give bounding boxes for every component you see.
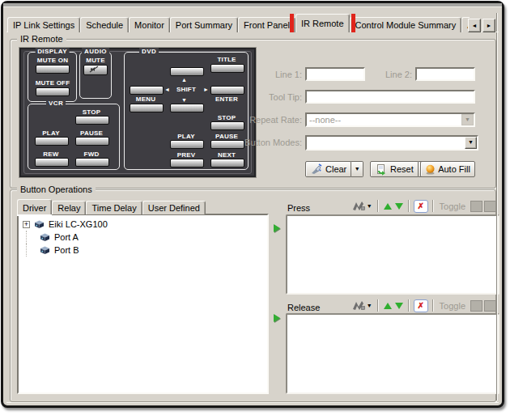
remote-vcr-group: VCR STOP PLAY PAUSE REW FWD xyxy=(28,104,120,170)
remote-vcr-play-button[interactable] xyxy=(35,137,69,146)
tab-ir-remote[interactable]: IR Remote xyxy=(295,14,350,32)
button-modes-dropdown-icon[interactable]: ▼ xyxy=(465,137,477,149)
press-toggle-label: Toggle xyxy=(440,202,465,211)
clear-dropdown-icon[interactable]: ▼ xyxy=(351,161,363,177)
release-move-down-button[interactable] xyxy=(394,299,404,312)
remote-dvd-down-button[interactable] xyxy=(170,104,204,112)
remote-vcr-label: VCR xyxy=(46,100,66,107)
remote-dvd-left-button[interactable] xyxy=(130,86,164,95)
release-operations-list[interactable] xyxy=(286,313,499,394)
remote-mute-on-button[interactable] xyxy=(36,65,70,74)
release-label: Release xyxy=(287,303,320,312)
press-macro-dropdown-icon[interactable]: ▼ xyxy=(367,203,372,209)
remote-vcr-pause-button[interactable] xyxy=(75,137,109,146)
tab-scroll-right-icon[interactable]: ► xyxy=(482,19,495,32)
tab-time-delay[interactable]: Time Delay xyxy=(86,201,142,214)
device-icon xyxy=(39,232,51,242)
button-modes-combo[interactable]: ▼ xyxy=(305,135,478,151)
tooltip-input[interactable] xyxy=(305,90,475,104)
remote-dvd-menu-button[interactable] xyxy=(130,104,164,112)
button-operations-groupbox: Button Operations Driver Relay Time Dela… xyxy=(10,189,496,402)
release-toggle-square-1[interactable] xyxy=(470,300,482,312)
tree-item-port-a[interactable]: Port A xyxy=(20,231,266,244)
tab-relay[interactable]: Relay xyxy=(52,201,86,214)
tab-driver[interactable]: Driver xyxy=(17,199,52,214)
press-move-up-button[interactable] xyxy=(383,199,393,213)
release-move-up-button[interactable] xyxy=(383,299,393,312)
auto-fill-button[interactable]: Auto Fill xyxy=(420,161,475,177)
move-up-icon xyxy=(384,203,392,210)
tab-scroll-left-icon[interactable]: ◄ xyxy=(468,19,481,32)
release-toggle-label: Toggle xyxy=(440,301,465,311)
button-modes-value xyxy=(307,137,465,149)
tab-schedule[interactable]: Schedule xyxy=(80,17,129,32)
remote-vcr-rew-button[interactable] xyxy=(35,158,69,167)
tree-item-port-b[interactable]: Port B xyxy=(20,244,266,257)
reset-button[interactable]: Reset xyxy=(370,161,419,177)
remote-dvd-play-button[interactable] xyxy=(170,140,204,149)
press-assign-macro-button[interactable]: ▼ xyxy=(351,199,373,213)
application-window: IP Link Settings Schedule Monitor Port S… xyxy=(1,1,504,408)
expand-plus-icon[interactable]: + xyxy=(23,221,30,228)
line2-input[interactable] xyxy=(415,67,475,81)
remote-dvd-next-button[interactable] xyxy=(210,159,244,168)
repeat-rate-combo[interactable]: --none-- ▼ xyxy=(305,112,475,127)
tab-user-defined[interactable]: User Defined xyxy=(142,201,206,214)
tab-port-summary[interactable]: Port Summary xyxy=(170,17,238,32)
remote-vcr-rew-label: REW xyxy=(33,151,69,158)
tree-item-label: Eiki LC-XG100 xyxy=(49,219,108,229)
add-to-press-arrow-icon[interactable] xyxy=(274,224,280,232)
remote-dvd-enter-button[interactable] xyxy=(210,86,244,95)
press-toggle-square-1[interactable] xyxy=(470,201,482,212)
remote-dvd-label: DVD xyxy=(139,48,159,55)
press-move-down-button[interactable] xyxy=(394,199,404,213)
clear-brush-icon xyxy=(310,163,322,175)
tab-ir-remote-label: IR Remote xyxy=(301,19,344,28)
remote-vcr-stop-label: STOP xyxy=(74,108,109,116)
repeat-rate-dropdown-icon[interactable]: ▼ xyxy=(461,114,474,125)
press-toolbar: ▼ ✗ Toggle xyxy=(334,198,496,214)
press-toggle-square-2[interactable] xyxy=(484,201,496,212)
release-macro-dropdown-icon[interactable]: ▼ xyxy=(367,303,372,308)
remote-audio-group: AUDIO MUTE xyxy=(79,52,112,99)
driver-tree[interactable]: + Eiki LC-XG100 xyxy=(17,214,269,394)
tab-monitor[interactable]: Monitor xyxy=(129,17,170,32)
remote-mute-off-label: MUTE OFF xyxy=(35,79,70,87)
release-delete-button[interactable]: ✗ xyxy=(414,299,428,312)
remote-vcr-fwd-button[interactable] xyxy=(75,158,109,167)
remote-dvd-prev-button[interactable] xyxy=(170,159,204,168)
clear-button[interactable]: Clear xyxy=(305,161,351,177)
remote-display-group: DISPLAY MUTE ON MUTE OFF xyxy=(28,52,77,102)
shift-right-arrow-icon: ► xyxy=(203,87,209,92)
remote-dvd-up-button[interactable] xyxy=(170,67,204,76)
toolbar-separator xyxy=(377,200,379,212)
tree-connector xyxy=(26,244,39,257)
device-icon xyxy=(33,219,45,229)
remote-dvd-title-button[interactable] xyxy=(210,64,244,73)
remote-control-graphic: DISPLAY MUTE ON MUTE OFF AUDIO MUTE xyxy=(19,47,257,178)
tab-ip-link-settings[interactable]: IP Link Settings xyxy=(7,17,80,32)
press-delete-button[interactable]: ✗ xyxy=(414,200,428,213)
clear-split-button: Clear ▼ xyxy=(305,161,363,177)
release-toggle-square-2[interactable] xyxy=(484,300,496,312)
line1-label: Line 1: xyxy=(263,70,302,79)
tab-front-panel[interactable]: Front Panel xyxy=(238,17,295,32)
clear-button-label: Clear xyxy=(325,164,346,174)
remote-mute-off-button[interactable] xyxy=(36,87,70,96)
remote-vcr-stop-button[interactable] xyxy=(75,116,109,125)
auto-fill-button-label: Auto Fill xyxy=(438,164,470,174)
ir-remote-group-label: IR Remote xyxy=(17,34,66,44)
line1-input[interactable] xyxy=(305,67,365,81)
remote-dvd-play-label: PLAY xyxy=(168,133,204,140)
tree-item-eiki[interactable]: + Eiki LC-XG100 xyxy=(20,218,266,231)
release-assign-macro-button[interactable]: ▼ xyxy=(351,299,373,312)
add-to-release-arrow-icon[interactable] xyxy=(274,314,280,322)
window-inner-bottom-edge xyxy=(6,402,499,403)
remote-audio-mute-button[interactable] xyxy=(83,65,108,75)
tree-item-label: Port A xyxy=(54,232,79,242)
tab-control-module-summary[interactable]: Control Module Summary xyxy=(350,17,462,32)
press-operations-list[interactable] xyxy=(286,214,499,295)
repeat-rate-label: Repeat Rate: xyxy=(236,115,302,125)
reset-page-icon xyxy=(375,163,387,176)
toolbar-separator xyxy=(432,200,434,212)
